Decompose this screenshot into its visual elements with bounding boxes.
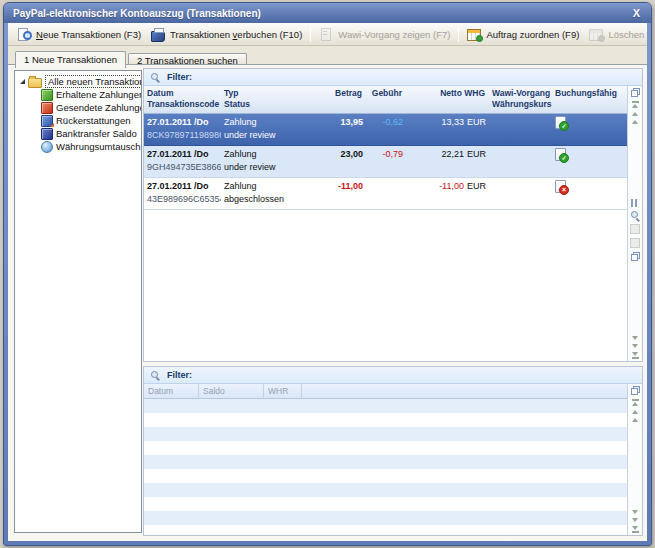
tree-expand-icon[interactable]	[20, 79, 25, 84]
net-value: 13,33	[441, 117, 464, 127]
column-header-wawi-vorgang[interactable]: Wawi-Vorgang Währungskurs	[489, 86, 552, 113]
scroll-page-up-button[interactable]	[632, 120, 638, 124]
empty-row	[144, 441, 627, 455]
tree-item-label: Erhaltene Zahlungen	[56, 89, 141, 100]
transaction-type: Zahlung	[224, 148, 326, 161]
column-header-betrag[interactable]: Betrag	[329, 86, 366, 113]
column-header-datum[interactable]: Datum Transaktionscode	[144, 86, 221, 113]
datum-cell: 27.01.2011 /Do 9GH494735E3866936	[144, 146, 221, 177]
copy-grid-icon[interactable]	[631, 386, 640, 395]
show-wawi-order-icon	[319, 28, 334, 41]
post-transactions-button[interactable]: Transaktionen verbuchen (F10)	[146, 26, 307, 43]
transaction-type: Zahlung	[224, 116, 326, 129]
transaction-status: under review	[224, 129, 326, 142]
folder-icon	[28, 78, 42, 88]
scroll-top-button[interactable]	[632, 399, 639, 406]
grid-tool-disabled-icon	[630, 224, 640, 234]
net-value: 22,21	[441, 149, 464, 159]
tree-item-banktransfer-saldo[interactable]: Banktransfer Saldo	[15, 127, 141, 140]
datum-cell: 27.01.2011 /Do 8CK9789711989861D	[144, 114, 221, 145]
empty-row	[144, 483, 627, 497]
scroll-top-button[interactable]	[632, 101, 639, 108]
saldo-table: Datum Saldo WHR	[144, 384, 627, 535]
tab-page: Alle neuen Transaktionen Erhaltene Zahlu…	[8, 64, 647, 541]
filter-label: Filter:	[167, 370, 192, 380]
wawi-cell	[489, 146, 552, 177]
scroll-page-down-button[interactable]	[632, 510, 638, 514]
transactions-table: Datum Transaktionscode Typ Status Betrag	[144, 86, 627, 361]
column-header-gebuehr[interactable]: Gebühr	[366, 86, 406, 113]
toolbar-separator	[458, 27, 459, 42]
saldo-filter-bar[interactable]: Filter:	[144, 367, 642, 384]
tree-item-erhaltene-zahlungen[interactable]: Erhaltene Zahlungen	[15, 88, 141, 101]
currency-code: EUR	[467, 149, 486, 159]
column-header-saldo[interactable]: Saldo	[199, 384, 264, 398]
wawi-cell	[489, 178, 552, 209]
scroll-page-down-button[interactable]	[632, 336, 638, 340]
tab-neue-transaktionen[interactable]: 1 Neue Transaktionen	[15, 51, 126, 68]
grid-search-icon[interactable]	[631, 211, 640, 220]
new-transactions-icon	[17, 28, 32, 41]
currency-exchange-icon	[41, 141, 53, 153]
transactions-table-header[interactable]: Datum Transaktionscode Typ Status Betrag	[144, 86, 627, 114]
grid-side-toolbar	[627, 384, 642, 535]
saldo-table-header[interactable]: Datum Saldo WHR	[144, 384, 627, 399]
empty-row	[144, 399, 627, 413]
close-button[interactable]: X	[631, 7, 642, 19]
assign-order-button[interactable]: Auftrag zuordnen (F9)	[462, 26, 584, 43]
scroll-up-button[interactable]	[632, 410, 638, 414]
transaction-row[interactable]: 27.01.2011 /Do 9GH494735E3866936 Zahlung…	[144, 146, 627, 178]
scroll-bottom-button[interactable]	[632, 352, 639, 359]
tree-root-alle-neuen-transaktionen[interactable]: Alle neuen Transaktionen	[15, 75, 141, 88]
window-title: PayPal-elektronischer Kontoauszug (Trans…	[13, 8, 261, 19]
scroll-page-up-button[interactable]	[632, 418, 638, 422]
transaction-date: 27.01.2011 /Do	[147, 148, 218, 161]
show-wawi-order-button[interactable]: Wawi-Vorgang zeigen (F7)	[314, 26, 455, 43]
column-header-datum[interactable]: Datum	[144, 384, 199, 398]
transaction-code: 8CK9789711989861D	[147, 129, 218, 142]
toolbar: Neue Transaktionen (F3) Transaktionen ve…	[8, 23, 647, 46]
column-options-icon[interactable]	[631, 199, 639, 207]
bank-transfer-icon	[41, 128, 53, 140]
delete-assignment-button[interactable]: Löschen Zuordnung Auftrag (F4)	[584, 26, 647, 43]
transaction-status: under review	[224, 161, 326, 174]
sent-payments-icon	[41, 102, 53, 114]
titlebar[interactable]: PayPal-elektronischer Kontoauszug (Trans…	[4, 3, 651, 23]
copy-cell-icon[interactable]	[631, 252, 640, 261]
column-header-whr[interactable]: WHR	[264, 384, 302, 398]
netto-cell: 22,21EUR	[406, 146, 489, 177]
magnifier-icon	[151, 371, 160, 380]
scroll-up-button[interactable]	[632, 112, 638, 116]
transactions-filter-bar[interactable]: Filter:	[144, 69, 642, 86]
transaction-row[interactable]: 27.01.2011 /Do 8CK9789711989861D Zahlung…	[144, 114, 627, 146]
toolbar-separator	[310, 27, 311, 42]
fee-value: -0,79	[369, 148, 403, 161]
grid-sort-disabled-icon	[630, 238, 640, 248]
column-header-typ[interactable]: Typ Status	[221, 86, 329, 113]
scroll-down-button[interactable]	[632, 518, 638, 522]
empty-row	[144, 427, 627, 441]
column-header-buchungsfaehig[interactable]: Buchungsfähig	[552, 86, 627, 113]
transaction-code: 9GH494735E3866936	[147, 161, 218, 174]
transaction-row[interactable]: 27.01.2011 /Do 43E989696C6535442 Zahlung…	[144, 178, 627, 210]
tree-item-rueckerstattungen[interactable]: Rückerstattungen	[15, 114, 141, 127]
tree-item-gesendete-zahlungen[interactable]: Gesendete Zahlungen	[15, 101, 141, 114]
new-transactions-button[interactable]: Neue Transaktionen (F3)	[12, 26, 146, 43]
tree-item-waehrungsumtausch[interactable]: Währungsumtausch	[15, 140, 141, 153]
scroll-bottom-button[interactable]	[632, 526, 639, 533]
desktop: { "window": { "title": "PayPal-elektroni…	[0, 0, 655, 548]
empty-row	[144, 469, 627, 483]
netto-cell: -11,00EUR	[406, 178, 489, 209]
betrag-cell: 13,95	[329, 114, 366, 145]
tree-item-label: Gesendete Zahlungen	[56, 102, 141, 113]
tree-item-label: Banktransfer Saldo	[56, 128, 137, 139]
buchungsfaehig-cell	[552, 114, 627, 145]
magnifier-icon	[151, 73, 160, 82]
bookable-check-icon	[555, 116, 566, 129]
amount-value: 23,00	[332, 148, 363, 161]
copy-grid-icon[interactable]	[631, 88, 640, 97]
empty-row	[144, 511, 627, 525]
app-window: PayPal-elektronischer Kontoauszug (Trans…	[3, 2, 652, 546]
scroll-down-button[interactable]	[632, 344, 638, 348]
column-header-netto-whg[interactable]: Netto WHG	[406, 86, 489, 113]
